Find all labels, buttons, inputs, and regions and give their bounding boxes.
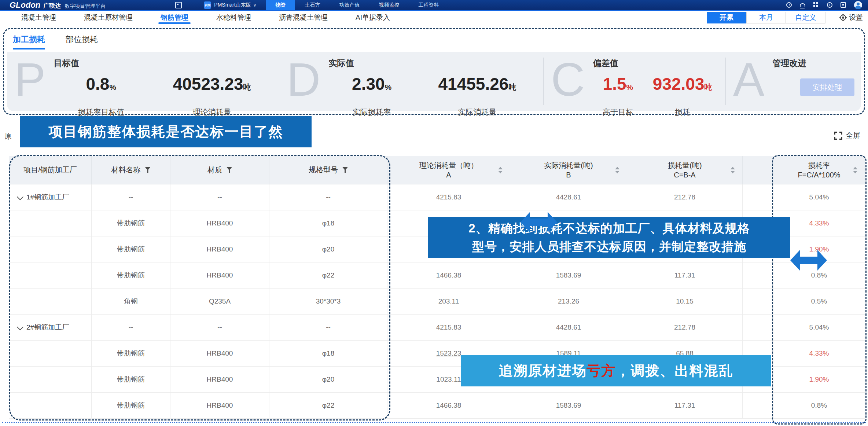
arrange-handle-button[interactable]: 安排处理 [800, 78, 854, 96]
window-icon[interactable] [841, 2, 846, 8]
kpi-card-target: P 目标值 0.8% 损耗率目标值 40523.23吨 理论消耗量 [7, 52, 279, 111]
col-grade: 材质 [170, 156, 269, 184]
cell-factory [9, 367, 92, 393]
banner3-suffix: ，调拨、出料混乱 [616, 361, 733, 380]
cell-spec: φ18 [269, 210, 387, 236]
table-row[interactable]: 带肋钢筋HRB400φ221466.381583.69117.310.8% [9, 393, 865, 419]
expand-chevron-icon[interactable] [17, 323, 23, 330]
cell-loss: 10.15 [627, 289, 743, 315]
cell-material: 角钢 [92, 289, 170, 315]
fullscreen-label: 全屏 [846, 131, 860, 140]
metric-target-rate: 0.8% 损耗率目标值 [78, 74, 124, 117]
cell-spec: 30*30*3 [269, 289, 387, 315]
cell-actual: 4428.61 [510, 315, 627, 341]
top-menu-item[interactable]: 工程资料 [409, 0, 448, 10]
table-row[interactable]: 2#钢筋加工厂------4215.834428.61212.785.04% [9, 315, 865, 341]
table-row[interactable]: 1#钢筋加工厂------4215.834428.61212.785.04% [9, 184, 865, 210]
metric-over-target: 1.5% 高于目标 [603, 74, 633, 117]
table-row[interactable]: 带肋钢筋HRB400φ221466.381583.69117.310.8% [9, 262, 865, 289]
module-tab[interactable]: 沥青混凝土管理 [265, 11, 342, 24]
cell-loss: 117.31 [627, 262, 743, 289]
cell-spec: φ20 [269, 236, 387, 262]
cell-actual: 1583.69 [510, 262, 627, 289]
cell-material: 带肋钢筋 [92, 210, 170, 236]
workspace-selector[interactable]: PMSmart山东版 [214, 2, 251, 8]
top-menu-item[interactable]: 土石方 [295, 0, 330, 10]
cell-factory [9, 262, 92, 289]
cell-gap [743, 262, 773, 289]
double-arrow-icon [790, 250, 827, 271]
cell-factory: 2#钢筋加工厂 [9, 315, 92, 341]
kpi-cards: P 目标值 0.8% 损耗率目标值 40523.23吨 理论消耗量 [7, 52, 861, 111]
expand-chevron-icon[interactable] [17, 193, 23, 200]
history-icon[interactable] [786, 2, 792, 8]
cell-rate: 1.90% [773, 367, 865, 393]
date-range-button[interactable]: 本月 [746, 12, 786, 23]
cell-spec: φ20 [269, 367, 387, 393]
top-menu-item[interactable]: 视频监控 [369, 0, 409, 10]
banner3-prefix: 追溯原材进场 [499, 361, 587, 380]
kpi-card-actual: D 实际值 2.30% 实际损耗率 41455.26吨 实际消耗量 [279, 52, 543, 111]
cell-material: 带肋钢筋 [92, 367, 170, 393]
cell-factory [9, 393, 92, 419]
cell-spec: φ18 [269, 341, 387, 367]
brand: GLodon 广联达 数字项目管理平台 [10, 0, 106, 10]
module-nav-bar: 混凝土管理混凝土原材管理钢筋管理水稳料管理沥青混凝土管理AI单据录入 开累本月自… [0, 11, 868, 24]
cell-spec: φ22 [269, 262, 387, 289]
letter-a: A [733, 54, 764, 111]
callout-line2: 型号，安排人员排查不达标原因，并制定整改措施 [472, 238, 746, 256]
cell-actual: 4428.61 [510, 184, 627, 210]
kpi-panel: 加工损耗部位损耗 P 目标值 0.8% 损耗率目标值 40523.23吨 理论消… [3, 28, 865, 115]
cell-rate: 5.04% [773, 315, 865, 341]
cell-theoretical: 203.11 [387, 289, 510, 315]
kpi-tab[interactable]: 部位损耗 [66, 34, 98, 49]
module-tab[interactable]: 混凝土原材管理 [70, 11, 147, 24]
cell-actual: 213.26 [510, 289, 627, 315]
sort-icon[interactable] [731, 167, 735, 173]
notification-icon[interactable] [800, 3, 805, 7]
fullscreen-button[interactable]: 全屏 [834, 131, 860, 140]
cell-material: 带肋钢筋 [92, 236, 170, 262]
letter-p: P [14, 54, 45, 111]
sort-icon[interactable] [498, 167, 503, 173]
sort-icon[interactable] [853, 167, 857, 173]
top-menu-item[interactable]: 物资 [266, 0, 295, 10]
metric-actual-rate: 2.30% 实际损耗率 [352, 74, 391, 117]
pm-logo-chip: PM [204, 1, 211, 9]
date-range-button[interactable]: 开累 [707, 12, 746, 23]
cell-gap [743, 184, 773, 210]
filter-icon[interactable] [145, 167, 151, 173]
cell-grade: HRB400 [170, 367, 269, 393]
module-tab[interactable]: 水稳料管理 [202, 11, 265, 24]
help-icon[interactable] [827, 2, 832, 8]
module-tab[interactable]: 钢筋管理 [147, 11, 202, 24]
settings-button[interactable]: 设置 [840, 13, 863, 22]
table-row[interactable]: 角钢Q235A30*30*3203.11213.2610.150.5% [9, 289, 865, 315]
cell-theoretical: 4215.83 [387, 184, 510, 210]
card-title: 管理改进 [772, 58, 857, 69]
module-tab[interactable]: AI单据录入 [342, 11, 404, 24]
cell-gap [743, 315, 773, 341]
date-range-button[interactable]: 自定义 [786, 12, 825, 23]
apps-icon[interactable] [813, 2, 819, 8]
col-actual: 实际消耗量(吨)B [510, 156, 627, 184]
cell-grade: HRB400 [170, 341, 269, 367]
date-range-buttons: 开累本月自定义 [707, 12, 825, 23]
chevron-down-icon[interactable]: ∨ [253, 3, 257, 8]
cell-spec: -- [269, 315, 387, 341]
cell-gap [743, 393, 773, 419]
top-menu-item[interactable]: 功效产值 [330, 0, 369, 10]
cell-rate: 4.33% [773, 341, 865, 367]
cell-material: 带肋钢筋 [92, 393, 170, 419]
cell-grade: Q235A [170, 289, 269, 315]
module-tab[interactable]: 混凝土管理 [7, 11, 70, 24]
hierarchy-icon[interactable] [175, 2, 182, 8]
sort-icon[interactable] [615, 167, 619, 173]
filter-icon[interactable] [227, 167, 232, 173]
filter-icon[interactable] [342, 167, 348, 173]
cell-spec: -- [269, 184, 387, 210]
col-material: 材料名称 [92, 156, 170, 184]
card-title: 偏差值 [593, 58, 722, 69]
kpi-tab[interactable]: 加工损耗 [13, 34, 45, 49]
avatar[interactable] [854, 1, 862, 9]
